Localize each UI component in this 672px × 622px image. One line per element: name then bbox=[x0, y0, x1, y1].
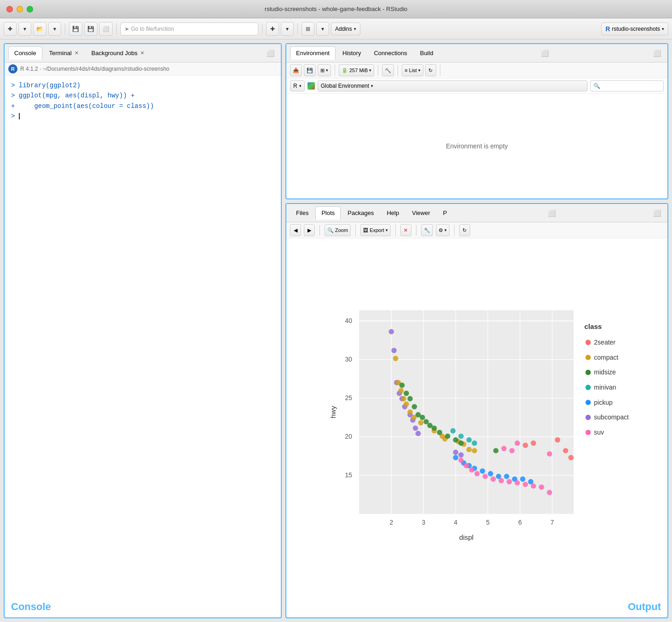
code-3: geom_point(aes(colour = class)) bbox=[19, 102, 154, 110]
cursor[interactable] bbox=[19, 113, 20, 120]
grid-dropdown[interactable]: ▾ bbox=[316, 22, 329, 36]
console-path-text: R 4.1.2 · ~/Documents/r4ds/r4ds/diagrams… bbox=[20, 66, 169, 72]
list-view-btn[interactable]: ≡ List ▾ bbox=[402, 64, 423, 76]
print-button[interactable]: ⬜ bbox=[99, 22, 113, 36]
point bbox=[547, 490, 552, 495]
point bbox=[488, 471, 493, 476]
brush-btn[interactable]: 🔨 bbox=[382, 64, 394, 76]
title-bar: rstudio-screenshots - whole-game-feedbac… bbox=[0, 0, 672, 18]
tab-connections[interactable]: Connections bbox=[368, 46, 413, 60]
console-panel-minimize[interactable]: ⬜ bbox=[264, 49, 277, 58]
env-empty-message: Environment is empty bbox=[286, 94, 667, 198]
zoom-icon: 🔍 bbox=[327, 227, 334, 233]
grid-env-btn[interactable]: ⊞▾ bbox=[318, 64, 331, 76]
tab-background-jobs-close[interactable]: ✕ bbox=[140, 50, 144, 56]
r-selector-label: R bbox=[293, 83, 297, 89]
tab-files[interactable]: Files bbox=[290, 206, 314, 220]
toolbar-icon-1[interactable]: ✚ bbox=[266, 22, 279, 36]
minimize-button[interactable] bbox=[17, 6, 23, 12]
maximize-button[interactable] bbox=[27, 6, 33, 12]
open-file-button[interactable]: 📂 bbox=[33, 22, 46, 36]
close-button[interactable] bbox=[6, 6, 13, 12]
settings-btn[interactable]: ⚙▾ bbox=[436, 224, 450, 236]
refresh-output-btn[interactable]: ↻ bbox=[459, 224, 470, 236]
import-dataset-btn[interactable]: 📥 bbox=[290, 64, 302, 76]
tab-environment-label: Environment bbox=[296, 50, 330, 57]
point bbox=[466, 437, 472, 442]
grid-button[interactable]: ⊞ bbox=[302, 22, 314, 36]
env-toolbar: 📥 💾 ⊞▾ 🔋 257 MiB ▾ 🔨 ≡ List ▾ ↻ bbox=[286, 62, 667, 79]
point bbox=[418, 420, 423, 425]
addins-button[interactable]: Addins ▾ bbox=[331, 23, 360, 35]
out-sep-2 bbox=[355, 225, 356, 236]
console-content[interactable]: > library(ggplot2) > ggplot(mpg, aes(dis… bbox=[5, 76, 281, 617]
new-file-dropdown[interactable]: ▾ bbox=[18, 22, 31, 36]
tab-history[interactable]: History bbox=[336, 46, 367, 60]
legend-label-minivan: minivan bbox=[594, 384, 616, 391]
output-toolbar: ◀ ▶ 🔍 Zoom 🖼 Export ▾ ✕ 🔧 ⚙▾ bbox=[286, 222, 667, 238]
r-selector-btn[interactable]: R ▾ bbox=[290, 80, 305, 91]
env-empty-text: Environment is empty bbox=[446, 142, 508, 150]
x-tick-4: 4 bbox=[454, 519, 457, 526]
env-search-input[interactable] bbox=[590, 80, 664, 91]
x-tick-7: 7 bbox=[550, 519, 554, 526]
tab-environment[interactable]: Environment bbox=[290, 46, 336, 60]
tab-presentation[interactable]: P bbox=[437, 206, 453, 220]
tab-packages[interactable]: Packages bbox=[342, 206, 380, 220]
console-line-2: > ggplot(mpg, aes(displ, hwy)) + bbox=[11, 90, 274, 101]
tab-background-jobs[interactable]: Background Jobs ✕ bbox=[85, 46, 150, 60]
export-label: Export bbox=[370, 227, 384, 233]
tab-help[interactable]: Help bbox=[381, 206, 405, 220]
back-plot-btn[interactable]: ◀ bbox=[290, 224, 301, 236]
tab-console[interactable]: Console bbox=[8, 46, 42, 60]
environment-label: Global Environment bbox=[321, 83, 369, 89]
point bbox=[474, 471, 480, 476]
point bbox=[509, 448, 515, 453]
project-selector[interactable]: R rstudio-screenshots ▾ bbox=[601, 23, 668, 35]
code-1: library(ggplot2) bbox=[19, 82, 80, 89]
point bbox=[453, 455, 458, 460]
output-panel-minimize[interactable]: ⬜ bbox=[545, 209, 558, 218]
save-env-btn[interactable]: 💾 bbox=[304, 64, 316, 76]
tab-viewer[interactable]: Viewer bbox=[406, 206, 436, 220]
environment-selector[interactable]: Global Environment ▾ bbox=[318, 80, 587, 91]
open-recent-button[interactable]: ▾ bbox=[48, 22, 61, 36]
tab-plots[interactable]: Plots bbox=[315, 206, 341, 220]
output-panel-maximize[interactable]: ⬜ bbox=[650, 209, 664, 218]
point bbox=[555, 437, 560, 442]
legend-dot-subcompact bbox=[585, 414, 591, 420]
tab-terminal[interactable]: Terminal ✕ bbox=[43, 46, 85, 60]
continuation-1: + bbox=[11, 102, 15, 110]
env-sep-3 bbox=[398, 65, 398, 76]
broom-btn[interactable]: 🔧 bbox=[421, 224, 433, 236]
y-axis-label: hwy bbox=[329, 406, 337, 418]
delete-plot-btn[interactable]: ✕ bbox=[400, 224, 411, 236]
refresh-env-btn[interactable]: ↻ bbox=[425, 64, 436, 76]
export-btn[interactable]: 🖼 Export ▾ bbox=[360, 224, 391, 236]
new-file-button[interactable]: ✚ bbox=[4, 22, 17, 36]
point bbox=[514, 440, 520, 446]
point bbox=[458, 440, 464, 446]
point bbox=[466, 447, 472, 452]
save-button[interactable]: 💾 bbox=[69, 22, 82, 36]
env-panel-minimize[interactable]: ⬜ bbox=[538, 49, 552, 58]
zoom-btn[interactable]: 🔍 Zoom bbox=[325, 224, 351, 236]
env-panel-maximize[interactable]: ⬜ bbox=[650, 49, 664, 58]
forward-plot-btn[interactable]: ▶ bbox=[304, 224, 315, 236]
console-panel: Console Terminal ✕ Background Jobs ✕ ⬜ R… bbox=[4, 43, 282, 618]
go-to-file-input[interactable]: ➤ Go to file/function bbox=[120, 23, 258, 35]
save-all-button[interactable]: 💾 bbox=[84, 22, 97, 36]
memory-btn[interactable]: 🔋 257 MiB ▾ bbox=[339, 64, 374, 76]
toolbar-icon-2[interactable]: ▾ bbox=[281, 22, 294, 36]
tab-terminal-close[interactable]: ✕ bbox=[74, 50, 79, 56]
right-panel: Environment History Connections Build ⬜ … bbox=[285, 43, 668, 618]
list-label: List bbox=[409, 68, 417, 73]
point bbox=[493, 448, 499, 453]
tab-build-label: Build bbox=[420, 50, 433, 57]
point bbox=[458, 452, 464, 458]
addins-chevron: ▾ bbox=[354, 27, 356, 31]
environment-panel: Environment History Connections Build ⬜ … bbox=[285, 43, 668, 199]
legend-label-compact: compact bbox=[594, 353, 618, 361]
go-to-file-label: Go to file/function bbox=[131, 26, 174, 32]
tab-build[interactable]: Build bbox=[414, 46, 439, 60]
